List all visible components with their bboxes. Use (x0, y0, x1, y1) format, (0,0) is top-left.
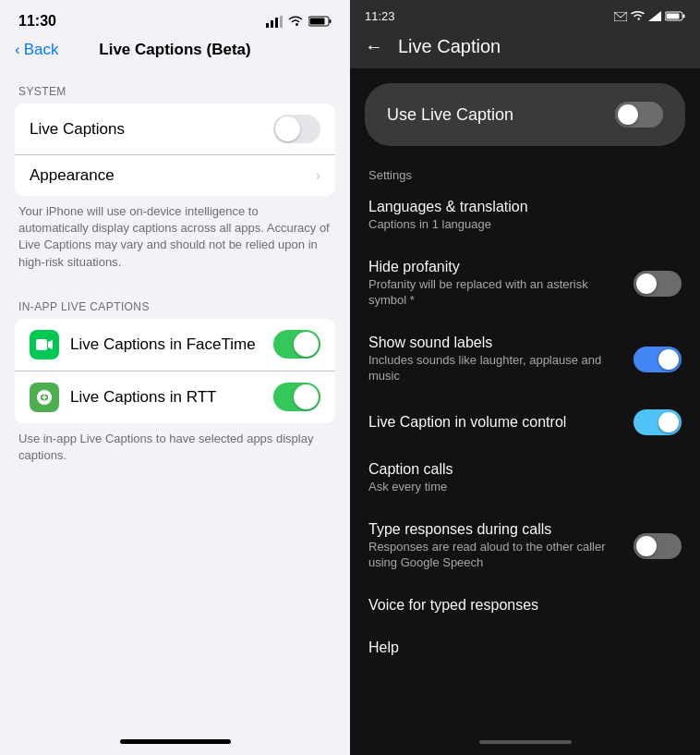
android-battery-icon (665, 11, 685, 21)
svg-rect-13 (683, 15, 685, 18)
android-type-responses-left: Type responses during calls Responses ar… (368, 521, 634, 571)
ios-panel: 11:30 ‹ Ba (0, 0, 350, 755)
android-caption-calls-left: Caption calls Ask every time (368, 461, 682, 495)
svg-rect-0 (266, 23, 269, 28)
android-languages-subtitle: Captions in 1 language (368, 217, 670, 233)
android-status-icons (614, 11, 685, 21)
ios-system-description: Your iPhone will use on-device intellige… (0, 196, 350, 286)
svg-marker-11 (648, 11, 661, 21)
svg-rect-2 (275, 18, 278, 28)
wifi-icon (288, 16, 303, 27)
android-sound-labels-left: Show sound labels Includes sounds like l… (368, 335, 634, 384)
svg-rect-6 (310, 18, 325, 25)
android-home-bar (479, 740, 572, 744)
ios-live-captions-thumb (275, 116, 300, 141)
ios-facetime-thumb (294, 332, 319, 357)
ios-rtt-left: Live Captions in RTT (30, 383, 216, 412)
android-hide-profanity-title: Hide profanity (368, 259, 622, 275)
sound-labels-toggle[interactable] (634, 347, 682, 372)
android-caption-calls-title: Caption calls (368, 461, 670, 478)
use-live-caption-card: Use Live Caption (365, 83, 685, 146)
volume-control-toggle[interactable] (634, 409, 682, 435)
rtt-svg (35, 388, 54, 407)
android-help-title: Help (368, 639, 670, 656)
hide-profanity-toggle[interactable] (634, 271, 682, 297)
ios-appearance-item[interactable]: Appearance › (15, 155, 335, 196)
ios-back-button[interactable]: ‹ Back (15, 41, 58, 59)
android-wifi-icon (631, 11, 645, 21)
ios-nav-title: Live Captions (Beta) (99, 41, 250, 59)
android-settings-label: Settings (350, 161, 700, 186)
android-type-responses-item[interactable]: Type responses during calls Responses ar… (350, 508, 700, 584)
ios-inapp-list: Live Captions in FaceTime Live Capti (15, 319, 335, 423)
android-sound-labels-title: Show sound labels (368, 335, 622, 351)
sound-labels-thumb (658, 349, 679, 370)
ios-status-icons (266, 16, 332, 28)
android-sound-labels-subtitle: Includes sounds like laughter, applause … (368, 353, 622, 384)
mail-icon (614, 12, 627, 21)
ios-appearance-label: Appearance (30, 166, 115, 185)
android-time: 11:23 (365, 9, 395, 23)
svg-rect-3 (280, 16, 283, 28)
android-volume-control-left: Live Caption in volume control (368, 414, 634, 431)
ios-facetime-left: Live Captions in FaceTime (30, 330, 256, 359)
ios-rtt-toggle[interactable] (273, 383, 320, 411)
android-sound-labels-item[interactable]: Show sound labels Includes sounds like l… (350, 322, 700, 397)
ios-status-bar: 11:30 (0, 0, 350, 37)
android-type-responses-title: Type responses during calls (368, 521, 622, 538)
android-nav-title: Live Caption (398, 36, 501, 57)
android-voice-responses-item[interactable]: Voice for typed responses (350, 584, 700, 627)
android-caption-calls-item[interactable]: Caption calls Ask every time (350, 448, 700, 508)
android-content: Use Live Caption Settings Languages & tr… (350, 68, 700, 733)
ios-inapp-section-label: IN-APP LIVE CAPTIONS (0, 286, 350, 319)
android-hide-profanity-item[interactable]: Hide profanity Profanity will be replace… (350, 246, 700, 322)
android-status-bar: 11:23 (350, 0, 700, 29)
facetime-svg (35, 335, 54, 354)
ios-time: 11:30 (18, 13, 56, 30)
hide-profanity-thumb (636, 274, 657, 294)
android-signal-icon (648, 11, 661, 21)
android-home-indicator (350, 733, 700, 755)
android-voice-responses-title: Voice for typed responses (368, 597, 670, 614)
battery-icon (308, 16, 332, 27)
android-type-responses-subtitle: Responses are read aloud to the other ca… (368, 540, 622, 571)
android-help-left: Help (368, 639, 682, 656)
ios-facetime-label: Live Captions in FaceTime (70, 335, 256, 354)
ios-rtt-item[interactable]: Live Captions in RTT (15, 371, 335, 423)
android-nav-bar: ← Live Caption (350, 29, 700, 68)
use-live-caption-toggle[interactable] (615, 102, 663, 128)
android-volume-control-item[interactable]: Live Caption in volume control (350, 396, 700, 448)
type-responses-toggle[interactable] (634, 533, 682, 559)
ios-home-indicator (0, 732, 350, 755)
android-voice-responses-left: Voice for typed responses (368, 597, 682, 614)
android-hide-profanity-left: Hide profanity Profanity will be replace… (368, 259, 634, 309)
svg-marker-8 (48, 340, 53, 349)
chevron-right-icon: › (316, 167, 320, 184)
ios-rtt-thumb (294, 384, 319, 409)
ios-live-captions-item[interactable]: Live Captions (15, 104, 335, 155)
ios-content: SYSTEM Live Captions Appearance › Your i… (0, 70, 350, 732)
signal-icon (266, 16, 283, 28)
android-languages-title: Languages & translation (368, 199, 670, 215)
ios-nav-bar: ‹ Back Live Captions (Beta) (0, 37, 350, 70)
android-volume-control-title: Live Caption in volume control (368, 414, 622, 431)
svg-rect-14 (667, 14, 680, 19)
ios-facetime-toggle[interactable] (273, 330, 320, 359)
rtt-icon (30, 383, 59, 412)
svg-rect-1 (271, 20, 273, 28)
use-live-caption-thumb (618, 104, 638, 125)
android-languages-left: Languages & translation Captions in 1 la… (368, 199, 682, 233)
facetime-icon (30, 330, 59, 359)
android-languages-item[interactable]: Languages & translation Captions in 1 la… (350, 186, 700, 246)
back-label: Back (24, 41, 59, 59)
ios-rtt-label: Live Captions in RTT (70, 388, 216, 407)
android-help-item[interactable]: Help (350, 627, 700, 669)
ios-live-captions-toggle[interactable] (273, 115, 320, 143)
ios-live-captions-label: Live Captions (30, 120, 125, 139)
android-panel: 11:23 ← (350, 0, 700, 755)
ios-facetime-item[interactable]: Live Captions in FaceTime (15, 319, 335, 371)
ios-system-list: Live Captions Appearance › (15, 104, 335, 196)
svg-rect-5 (330, 19, 332, 23)
android-back-icon[interactable]: ← (365, 36, 383, 57)
type-responses-thumb (636, 536, 657, 556)
